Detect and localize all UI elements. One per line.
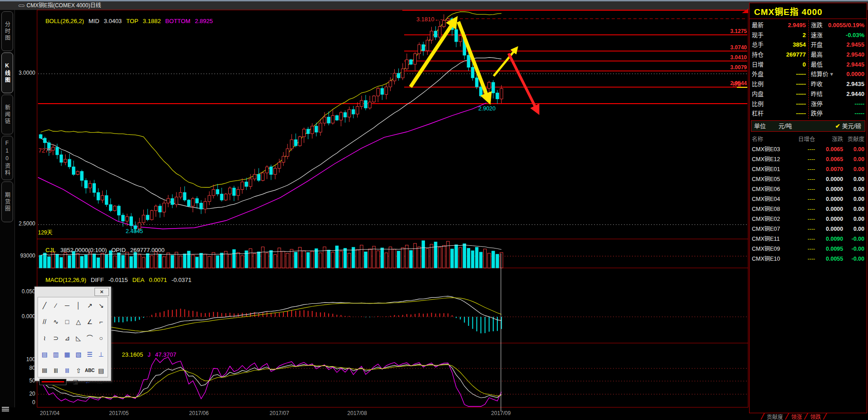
- close-icon[interactable]: ×: [94, 288, 109, 296]
- draw-tool-29[interactable]: ABC: [84, 365, 95, 376]
- boll-header: BOLL(26,26,2)MID3.0403TOP3.1882BOTTOM2.8…: [39, 11, 217, 31]
- draw-tool-30[interactable]: ▤: [95, 365, 107, 376]
- unit-row[interactable]: 单位 元/吨 ✔ 美元/磅: [751, 120, 865, 132]
- quote-row-right: 昨结2.9440: [809, 89, 867, 99]
- quote-row-right: 昨收2.9435: [809, 79, 867, 89]
- toolbar-tool-grid: ╱∕─│↗↘//∿□△∠⌐≀⊃⊿◺⌒○▤▥▦▧☰⊥||||||||||⇧ABC▤: [38, 297, 108, 377]
- draw-tool-3[interactable]: ─: [61, 300, 73, 311]
- bottom-tab-3[interactable]: 领跌: [810, 413, 821, 420]
- kdj-j-value: 47.3707: [155, 351, 176, 358]
- opid-value: 269777.0000: [130, 247, 165, 253]
- draw-tool-27[interactable]: |||: [61, 365, 73, 376]
- draw-tool-15[interactable]: ⊿: [61, 333, 73, 344]
- draw-tool-10[interactable]: △: [73, 316, 84, 327]
- draw-tool-25[interactable]: ||||: [39, 365, 50, 376]
- draw-tool-14[interactable]: ⊃: [50, 333, 61, 344]
- boll-mid-label: MID: [89, 18, 99, 24]
- contract-row[interactable]: CMX铜E09----0.0095-0.00: [750, 244, 867, 254]
- boll-top-value: 3.1882: [143, 18, 161, 24]
- macd-diff-value: -0.0115: [108, 277, 128, 283]
- draw-tool-17[interactable]: ⌒: [84, 333, 95, 344]
- main-y-label: 2.5000: [14, 220, 35, 227]
- draw-tool-8[interactable]: ∿: [50, 316, 61, 327]
- quote-row-right: 速涨-0.03%: [809, 30, 867, 40]
- bottom-tab-1[interactable]: 贡献度: [767, 413, 783, 420]
- contract-row[interactable]: CMX铜E12----0.00650.00: [750, 154, 867, 164]
- x-axis-date: 2017/06: [189, 410, 208, 416]
- draw-tool-11[interactable]: ∠: [84, 316, 95, 327]
- contract-row[interactable]: CMX铜E04----0.00000.00: [750, 194, 867, 204]
- draw-tool-2[interactable]: ∕: [50, 300, 61, 311]
- unit-option-usd[interactable]: 美元/磅: [842, 121, 861, 131]
- quote-row-left: 杠杆-----: [750, 109, 808, 119]
- toolbar-title-bar[interactable]: ×: [35, 287, 111, 296]
- draw-tool-5[interactable]: ↗: [84, 300, 95, 311]
- quote-row-left: 日增0: [750, 60, 808, 70]
- price-level-label: 3.0740: [702, 44, 747, 51]
- ma-low-value-label: 2.4845: [126, 228, 143, 234]
- contract-row[interactable]: CMX铜E11----0.0090-0.00: [750, 234, 867, 244]
- draw-tool-20[interactable]: ▥: [50, 349, 61, 360]
- contract-row[interactable]: CMX铜E02----0.00000.00: [750, 214, 867, 224]
- check-icon: ✔: [835, 121, 840, 131]
- draw-tool-16[interactable]: ◺: [73, 333, 84, 344]
- unit-option-cny[interactable]: 元/吨: [778, 121, 792, 131]
- draw-tool-12[interactable]: ⌐: [95, 316, 107, 327]
- macd-y-label: 0.000: [14, 313, 35, 320]
- draw-tool-4[interactable]: │: [73, 300, 84, 311]
- draw-tool-18[interactable]: ○: [95, 333, 107, 344]
- draw-tool-22[interactable]: ▧: [73, 349, 84, 360]
- draw-tool-28[interactable]: ⇧: [73, 365, 84, 376]
- draw-tool-7[interactable]: //: [39, 316, 50, 327]
- draw-tool-1[interactable]: ╱: [39, 300, 50, 311]
- draw-tool-6[interactable]: ↘: [95, 300, 107, 311]
- kdj-y-label: 0: [14, 399, 35, 406]
- main-y-label: 3.0000: [14, 70, 35, 76]
- eraser-icon[interactable]: ◪: [73, 378, 78, 385]
- quote-row-right: 涨跌0.0055/0.19%: [809, 20, 867, 30]
- x-axis-date: 2017/07: [269, 410, 289, 416]
- more-tools-icon[interactable]: …: [97, 378, 103, 385]
- quote-row-left: 总手3854: [750, 40, 808, 50]
- price-level-label: 3.0079: [702, 64, 747, 71]
- macd-dea-label: DEA: [132, 277, 145, 283]
- line-color-swatch[interactable]: [39, 379, 66, 385]
- price-level-label: 3.1275: [702, 28, 747, 34]
- price-level-label: 2.9544: [702, 80, 747, 86]
- opid-label: OPID: [111, 247, 126, 253]
- kdj-header: 23.1605J47.3707: [115, 344, 181, 365]
- draw-tool-19[interactable]: ▤: [39, 349, 50, 360]
- bottom-tab-2[interactable]: 领涨: [791, 413, 802, 420]
- contracts-table: 名称日增仓涨跌贡献度CMX铜E03----0.00650.00CMX铜E12--…: [750, 134, 867, 264]
- boll-name: BOLL(26,26,2): [45, 18, 84, 24]
- contract-row[interactable]: CMX铜E07----0.00000.00: [750, 224, 867, 234]
- contract-row[interactable]: CMX铜E03----0.00650.00: [750, 144, 867, 154]
- app-window: ⊂⊃CMX铜E指(COMEX 4000)日线 分时图K线图新闻链F10资料期货圈…: [0, 0, 868, 420]
- contract-row[interactable]: CMX铜E05----0.00000.00: [750, 174, 867, 184]
- bottom-tabs: 贡献度领涨领跌: [759, 413, 868, 420]
- boll-bottom-label: BOTTOM: [165, 18, 190, 24]
- contract-row[interactable]: CMX铜E06----0.00000.00: [750, 184, 867, 194]
- drawing-toolbar-window: × ╱∕─│↗↘//∿□△∠⌐≀⊃⊿◺⌒○▤▥▦▧☰⊥||||||||||⇧AB…: [34, 286, 111, 381]
- contract-row[interactable]: CMX铜E10----0.0055-0.00: [750, 254, 867, 264]
- quote-row-right: 涨停-----: [809, 99, 867, 109]
- draw-tool-9[interactable]: □: [61, 316, 73, 327]
- kdj-y-label: 20: [14, 391, 35, 397]
- draw-tool-23[interactable]: ☰: [84, 349, 95, 360]
- kdj-y-label: 50: [14, 377, 35, 384]
- quote-row-left: 比例-----: [750, 99, 808, 109]
- contract-row[interactable]: CMX铜E08----0.00000.00: [750, 204, 867, 214]
- draw-tool-26[interactable]: |||: [50, 365, 61, 376]
- draw-tool-21[interactable]: ▦: [61, 349, 73, 360]
- kdj-k-value: 23.1605: [122, 351, 143, 358]
- contracts-header: 名称日增仓涨跌贡献度: [750, 134, 867, 144]
- dropdown-arrow-icon[interactable]: ▾: [829, 71, 833, 77]
- marks-icon[interactable]: ←: [85, 378, 90, 385]
- quote-symbol-title: CMX铜E指 4000: [750, 3, 867, 19]
- draw-tool-13[interactable]: ≀: [39, 333, 50, 344]
- contract-row[interactable]: CMX铜E01----0.00700.00: [750, 164, 867, 174]
- kdj-y-label: 80: [14, 365, 35, 371]
- macd-dea-value: 0.0071: [149, 277, 167, 283]
- boll-mid-value: 3.0403: [104, 18, 122, 24]
- draw-tool-24[interactable]: ⊥: [95, 349, 107, 360]
